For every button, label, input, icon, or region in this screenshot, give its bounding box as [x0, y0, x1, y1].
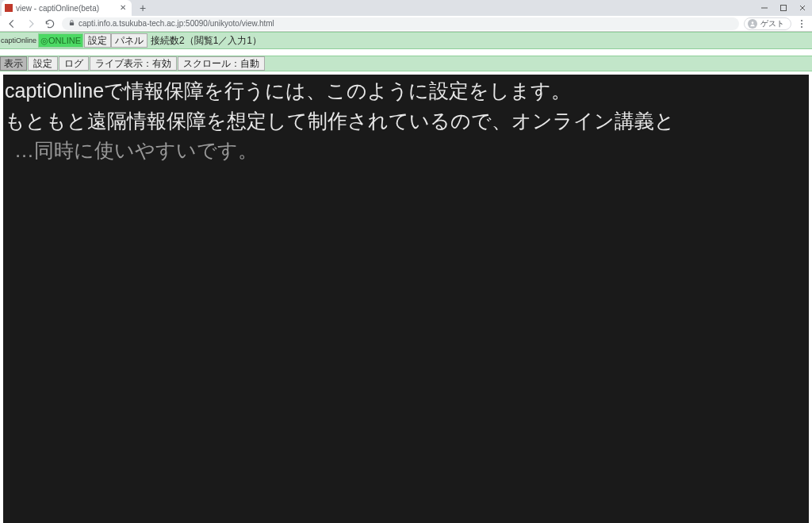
window-maximize-button[interactable]	[774, 0, 793, 16]
caption-display: captiOnlineで情報保障を行うには、このように設定をします。 もともと遠…	[3, 75, 809, 523]
browser-tab[interactable]: view - captiOnline(beta) ✕	[2, 0, 132, 16]
url-text: capti.info.a.tsukuba-tech.ac.jp:50090/un…	[79, 19, 274, 28]
browser-toolbar: capti.info.a.tsukuba-tech.ac.jp:50090/un…	[0, 16, 812, 32]
lock-icon	[68, 19, 75, 28]
nav-forward-button[interactable]	[24, 17, 38, 31]
avatar-icon	[748, 19, 757, 29]
caption-line-typing: …同時に使いやすいです。	[5, 136, 807, 166]
nav-back-button[interactable]	[5, 17, 19, 31]
svg-point-5	[752, 21, 754, 24]
log-button[interactable]: ログ	[59, 56, 89, 71]
svg-rect-4	[70, 22, 74, 25]
favicon-icon	[5, 4, 13, 12]
spacer	[0, 49, 812, 56]
close-tab-icon[interactable]: ✕	[119, 4, 127, 12]
address-bar[interactable]: capti.info.a.tsukuba-tech.ac.jp:50090/un…	[62, 17, 739, 30]
profile-label: ゲスト	[760, 18, 784, 29]
profile-chip[interactable]: ゲスト	[744, 17, 791, 30]
panel-button[interactable]: パネル	[111, 33, 147, 48]
app-brand: captiOnline	[0, 37, 37, 44]
caption-line: もともと遠隔情報保障を想定して制作されているので、オンライン講義と	[5, 106, 807, 137]
online-status-chip: ◎ONLINE	[38, 33, 83, 48]
window-close-button[interactable]	[793, 0, 812, 16]
view-toggle-button[interactable]: 表示	[0, 56, 27, 71]
app-toolbar: 表示 設定 ログ ライブ表示：有効 スクロール：自動	[0, 56, 812, 71]
browser-tabstrip: view - captiOnline(beta) ✕ +	[0, 0, 812, 16]
new-tab-button[interactable]: +	[135, 0, 151, 16]
tab-title: view - captiOnline(beta)	[16, 4, 116, 13]
app-header-bar: captiOnline ◎ONLINE 設定 パネル 接続数2（閲覧1／入力1）	[0, 32, 812, 49]
svg-rect-1	[781, 6, 787, 11]
window-minimize-button[interactable]	[755, 0, 774, 16]
scroll-mode-button[interactable]: スクロール：自動	[178, 56, 265, 71]
live-display-button[interactable]: ライブ表示：有効	[90, 56, 177, 71]
nav-reload-button[interactable]	[43, 17, 57, 31]
settings-button[interactable]: 設定	[84, 33, 111, 48]
connection-status: 接続数2（閲覧1／入力1）	[147, 34, 265, 48]
settings-toggle-button[interactable]: 設定	[28, 56, 58, 71]
browser-menu-button[interactable]	[796, 20, 807, 28]
caption-line: captiOnlineで情報保障を行うには、このように設定をします。	[5, 76, 807, 106]
